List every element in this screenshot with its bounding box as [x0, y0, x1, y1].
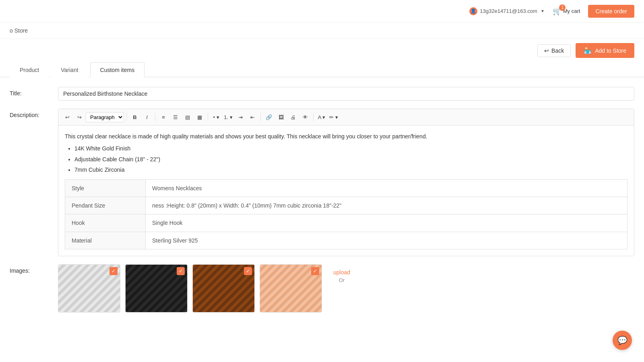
chevron-down-icon: ▼	[541, 9, 545, 13]
description-list: 14K White Gold Finish Adjustable Cable C…	[65, 144, 627, 174]
description-paragraph: This crystal clear necklace is made of h…	[65, 132, 627, 141]
align-left-button[interactable]: ≡	[158, 111, 169, 123]
editor-content[interactable]: This crystal clear necklace is made of h…	[58, 125, 634, 256]
image-checkbox-2[interactable]: ✓	[177, 267, 185, 275]
link-button[interactable]: 🔗	[263, 111, 275, 123]
spec-key: Style	[65, 179, 146, 197]
ordered-list-button[interactable]: 1. ▾	[223, 111, 234, 123]
toolbar-divider-4	[260, 113, 261, 121]
create-order-button[interactable]: Create order	[588, 5, 634, 18]
table-row: Hook Single Hook	[65, 214, 627, 232]
italic-button[interactable]: I	[141, 111, 153, 123]
editor-toolbar: ↩ ↪ Paragraph B I ≡ ☰ ▤ ▦ • ▾ 1. ▾	[58, 109, 634, 125]
table-row: Style Womens Necklaces	[65, 179, 627, 197]
user-email: 13g32e14711@163.com	[480, 8, 537, 14]
indent-button[interactable]: ⇥	[235, 111, 246, 123]
cart-button[interactable]: 1 🛒 My cart	[553, 7, 580, 16]
image-checkbox-3[interactable]: ✓	[244, 267, 252, 275]
spec-value: Womens Necklaces	[146, 179, 627, 197]
redo-button[interactable]: ↪	[74, 111, 85, 123]
upload-link[interactable]: upload	[333, 269, 350, 276]
undo-icon: ↩	[544, 47, 549, 54]
image-checkbox-4[interactable]: ✓	[311, 267, 319, 275]
title-input[interactable]	[58, 87, 634, 101]
cart-badge: 1	[559, 4, 566, 11]
spec-value: ness :Height: 0.8" (20mm) x Width: 0.4" …	[146, 197, 627, 214]
toolbar-divider-3	[208, 113, 208, 121]
outdent-button[interactable]: ⇤	[247, 111, 258, 123]
toolbar-divider-2	[155, 113, 155, 121]
title-row: Title:	[10, 87, 634, 101]
paragraph-select[interactable]: Paragraph	[86, 112, 124, 122]
title-field	[58, 87, 634, 101]
upload-or: Or	[339, 277, 345, 283]
tab-product[interactable]: Product	[10, 62, 49, 77]
image-button[interactable]: 🖼	[275, 111, 287, 123]
image-thumb-1[interactable]: ✓	[58, 264, 120, 313]
undo-button[interactable]: ↩	[62, 111, 73, 123]
spec-key: Material	[65, 232, 146, 249]
spec-value: Sterling Silver 925	[146, 232, 627, 249]
description-row: Description: ↩ ↪ Paragraph B I ≡ ☰ ▤	[10, 109, 634, 256]
upload-box[interactable]: upload Or	[327, 264, 357, 288]
bullet-list-button[interactable]: • ▾	[211, 111, 222, 123]
user-menu[interactable]: 👤 13g32e14711@163.com ▼	[469, 7, 545, 15]
cart-label: My cart	[563, 8, 580, 14]
rich-text-editor: ↩ ↪ Paragraph B I ≡ ☰ ▤ ▦ • ▾ 1. ▾	[58, 109, 634, 256]
table-row: Pendant Size ness :Height: 0.8" (20mm) x…	[65, 197, 627, 214]
images-label: Images:	[10, 264, 58, 274]
align-right-button[interactable]: ▤	[182, 111, 193, 123]
list-item: Adjustable Cable Chain (18" - 22")	[74, 155, 627, 164]
images-container: ✓ ✓ ✓ ✓ upload Or	[58, 264, 357, 313]
list-item: 14K White Gold Finish	[74, 144, 627, 153]
tab-variant[interactable]: Variant	[51, 62, 88, 77]
tab-custom-items[interactable]: Custom items	[90, 62, 145, 77]
font-color-button[interactable]: A ▾	[316, 111, 327, 123]
header: 👤 13g32e14711@163.com ▼ 1 🛒 My cart Crea…	[0, 0, 644, 23]
bold-button[interactable]: B	[129, 111, 140, 123]
toolbar-divider-5	[313, 113, 314, 121]
spec-value: Single Hook	[146, 214, 627, 232]
add-to-store-button[interactable]: 🏪 Add to Store	[576, 43, 634, 58]
spec-key: Hook	[65, 214, 146, 232]
preview-button[interactable]: 👁	[299, 111, 311, 123]
align-center-button[interactable]: ☰	[170, 111, 181, 123]
breadcrumb: o Store	[0, 23, 644, 39]
main-content: Title: Description: ↩ ↪ Paragraph B I	[0, 77, 644, 322]
list-item: 7mm Cubic Zirconia	[74, 165, 627, 174]
image-thumb-4[interactable]: ✓	[260, 264, 322, 313]
image-checkbox-1[interactable]: ✓	[109, 267, 118, 275]
align-justify-button[interactable]: ▦	[194, 111, 205, 123]
page-toolbar: ↩ Back 🏪 Add to Store	[0, 39, 644, 62]
tabs-bar: Product Variant Custom items	[0, 62, 644, 77]
table-row: Material Sterling Silver 925	[65, 232, 627, 249]
title-label: Title:	[10, 87, 58, 97]
toolbar-divider-1	[126, 113, 127, 121]
spec-key: Pendant Size	[65, 197, 146, 214]
images-row: Images: ✓ ✓ ✓ ✓ uploa	[10, 264, 634, 313]
specs-table: Style Womens Necklaces Pendant Size ness…	[65, 179, 627, 250]
image-thumb-2[interactable]: ✓	[125, 264, 188, 313]
description-label: Description:	[10, 109, 58, 118]
bg-color-button[interactable]: ✏ ▾	[328, 111, 339, 123]
image-thumb-3[interactable]: ✓	[192, 264, 255, 313]
user-avatar-icon: 👤	[469, 7, 477, 15]
print-button[interactable]: 🖨	[287, 111, 299, 123]
store-icon: 🏪	[584, 47, 592, 54]
back-button[interactable]: ↩ Back	[537, 44, 571, 57]
editor-field: ↩ ↪ Paragraph B I ≡ ☰ ▤ ▦ • ▾ 1. ▾	[58, 109, 634, 256]
